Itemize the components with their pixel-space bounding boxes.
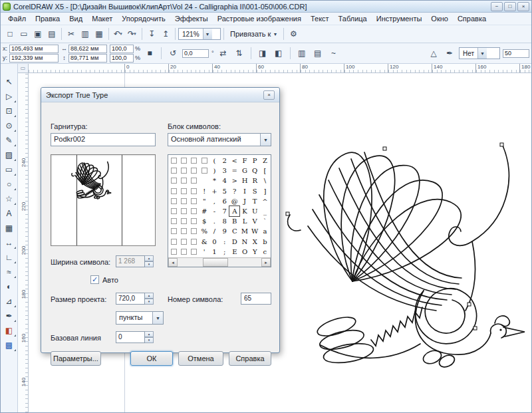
grid-cell-r5c2[interactable] — [189, 206, 199, 216]
grid-cell-r5c7[interactable]: K — [239, 206, 249, 216]
project-size-value[interactable]: 720,0 — [116, 293, 145, 305]
grid-cell-r1c9[interactable]: [ — [260, 166, 270, 176]
to-back-icon[interactable]: ◧ — [272, 47, 285, 60]
grid-cell-r8c7[interactable]: N — [239, 237, 249, 247]
grid-cell-r2c4[interactable]: * — [209, 176, 219, 186]
menu-item-3[interactable]: Макет — [87, 13, 117, 24]
grid-cell-r6c2[interactable] — [189, 216, 199, 226]
connector-tool[interactable]: ∟ — [2, 250, 17, 264]
blend-tool[interactable]: ≈ — [2, 265, 17, 279]
font-name-input[interactable]: Podkr002 — [51, 133, 156, 146]
cut-icon[interactable]: ✂ — [65, 27, 78, 41]
copy-icon[interactable]: ▥ — [78, 27, 92, 41]
menu-item-10[interactable]: Окно — [426, 13, 453, 24]
grid-cell-r2c1[interactable] — [179, 176, 189, 186]
grid-cell-r4c4[interactable]: , — [209, 196, 219, 206]
grid-cell-r4c6[interactable]: @ — [229, 196, 239, 206]
chevron-down-icon[interactable]: ▼ — [260, 134, 271, 146]
grid-cell-r5c9[interactable]: _ — [260, 206, 270, 216]
baseline-value[interactable]: 0 — [116, 331, 145, 343]
grid-cell-r0c6[interactable]: < — [229, 156, 239, 166]
grid-cell-r0c5[interactable]: 2 — [219, 156, 229, 166]
grid-cell-r0c0[interactable] — [169, 156, 179, 166]
paste-icon[interactable]: ▦ — [92, 27, 106, 41]
curve-node-handles[interactable] — [286, 143, 503, 330]
dimension-tool[interactable]: ↔ — [2, 235, 17, 249]
grid-cell-r6c6[interactable]: B — [229, 216, 239, 226]
shape-tool[interactable]: ▷ — [2, 89, 17, 103]
fill-tool[interactable]: ◧ — [2, 323, 17, 337]
grid-cell-r7c8[interactable]: W — [250, 226, 260, 236]
options-button[interactable]: Параметры... — [51, 351, 101, 366]
drawing-canvas[interactable]: Экспорт True Type × Гарнитура: Podkr002 — [29, 73, 531, 412]
grid-cell-r9c9[interactable]: c — [260, 247, 270, 257]
outline-style-combo[interactable]: Нет ▼ — [459, 47, 500, 59]
object-height-field[interactable]: 89,771 мм — [68, 54, 107, 63]
checkbox-check-icon[interactable]: ✓ — [90, 275, 99, 284]
grid-cell-r9c3[interactable]: ' — [200, 247, 209, 257]
menu-item-7[interactable]: Текст — [306, 13, 334, 24]
chevron-down-icon[interactable]: ▼ — [119, 32, 123, 36]
freehand-tool[interactable]: ✎ — [2, 133, 17, 147]
rotation-angle-field[interactable]: 0,0 — [182, 49, 209, 58]
import-icon[interactable]: ↧ — [145, 27, 158, 41]
grid-cell-r9c2[interactable] — [189, 247, 199, 257]
grid-cell-r6c4[interactable]: . — [209, 216, 219, 226]
grid-cell-r0c8[interactable]: P — [250, 156, 260, 166]
grid-cell-r8c0[interactable] — [169, 237, 179, 247]
convert-to-curves-icon[interactable]: ~ — [327, 47, 340, 60]
zoom-level-combo[interactable]: 121% ▼ — [178, 28, 221, 40]
grid-cell-r1c6[interactable]: = — [229, 166, 239, 176]
grid-cell-r9c6[interactable]: E — [229, 247, 239, 257]
grid-cell-r4c0[interactable] — [169, 196, 179, 206]
group-icon[interactable]: ▥ — [295, 47, 309, 60]
grid-cell-r3c8[interactable]: S — [250, 186, 260, 196]
redo-icon[interactable]: ↷▼ — [126, 27, 139, 41]
grid-cell-r3c4[interactable]: + — [209, 186, 219, 196]
dialog-close-icon[interactable]: × — [263, 90, 275, 100]
spin-down-icon[interactable]: ▾ — [145, 299, 154, 305]
right-edge-field[interactable]: 50 — [503, 49, 529, 58]
ok-button[interactable]: ОК — [130, 351, 173, 366]
ungroup-icon[interactable]: ▤ — [311, 47, 325, 60]
grid-cell-r8c4[interactable]: 0 — [209, 237, 219, 247]
grid-cell-r5c1[interactable] — [179, 206, 189, 216]
grid-cell-r7c2[interactable] — [189, 226, 199, 236]
grid-cell-r4c9[interactable]: ^ — [260, 196, 270, 206]
scrollbar-track[interactable] — [178, 258, 261, 267]
grid-cell-r4c2[interactable] — [189, 196, 199, 206]
grid-cell-r2c8[interactable]: R — [250, 176, 260, 186]
spin-up-icon[interactable]: ▴ — [145, 331, 154, 337]
print-icon[interactable]: ▤ — [45, 27, 59, 41]
to-front-icon[interactable]: ◨ — [256, 47, 269, 60]
grid-cell-r5c5[interactable]: 7 — [219, 206, 229, 216]
polygon-tool[interactable]: ☆ — [2, 192, 17, 206]
grid-cell-r3c3[interactable]: ! — [200, 186, 209, 196]
outline-pen-icon[interactable]: ✒ — [443, 47, 456, 60]
grid-cell-r1c2[interactable] — [189, 166, 199, 176]
grid-cell-r4c1[interactable] — [179, 196, 189, 206]
menu-item-9[interactable]: Инструменты — [372, 13, 427, 24]
grid-cell-r7c7[interactable]: M — [239, 226, 249, 236]
grid-cell-r7c4[interactable]: / — [209, 226, 219, 236]
grid-cell-r6c8[interactable]: V — [250, 216, 260, 226]
ellipse-tool[interactable]: ○ — [2, 177, 17, 191]
grid-cell-r6c9[interactable]: ` — [260, 216, 270, 226]
object-width-field[interactable]: 88,622 мм — [68, 45, 107, 53]
grid-cell-r1c0[interactable] — [169, 166, 179, 176]
scale-x-field[interactable]: 100,0 — [110, 45, 134, 53]
auto-checkbox[interactable]: ✓ Авто — [90, 275, 118, 284]
grid-cell-r3c9[interactable]: ] — [260, 186, 270, 196]
units-combo[interactable]: пункты ▼ — [116, 311, 164, 325]
menu-item-4[interactable]: Упорядочить — [117, 13, 170, 24]
lock-ratio-icon[interactable]: ■ — [143, 47, 156, 60]
char-number-input[interactable]: 65 — [241, 293, 271, 305]
canvas-artwork-calligraphic-bird[interactable] — [278, 136, 531, 376]
grid-cell-r5c8[interactable]: U — [250, 206, 260, 216]
transparency-tool[interactable]: ◐ — [2, 279, 17, 293]
mirror-vertical-icon[interactable]: ⇅ — [233, 47, 246, 60]
scale-y-field[interactable]: 100,0 — [110, 54, 134, 63]
menu-item-6[interactable]: Растровые изображения — [213, 13, 306, 24]
grid-cell-r8c5[interactable]: : — [219, 237, 229, 247]
grid-cell-r7c0[interactable] — [169, 226, 179, 236]
